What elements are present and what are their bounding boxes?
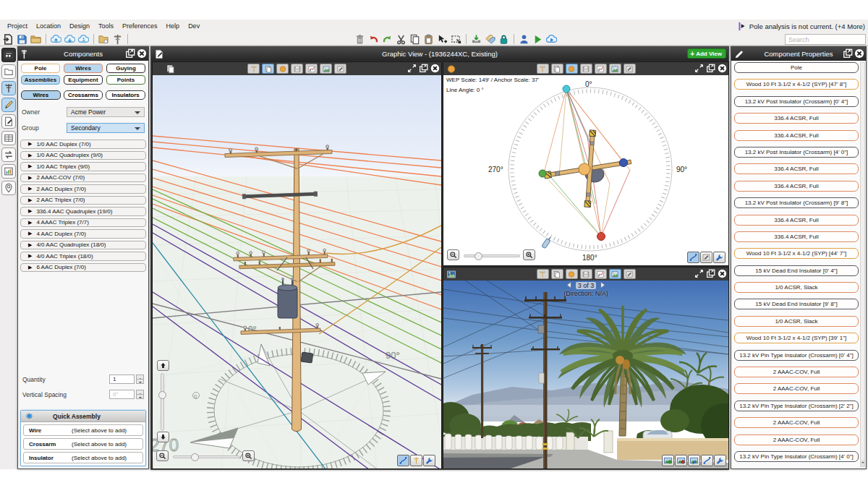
view-toolbar-button[interactable] [595, 269, 607, 279]
layers-tool-button[interactable] [700, 252, 712, 263]
view-toolbar-button[interactable] [551, 64, 563, 74]
zoom-slider[interactable] [464, 254, 520, 257]
dock-button[interactable] [1, 48, 16, 62]
zoom-slider[interactable] [173, 455, 239, 458]
view-toolbar-button[interactable] [580, 269, 592, 279]
next-photo-icon[interactable] [598, 281, 607, 289]
wire-type-item[interactable]: ▶ 2 AAC Triplex (7/0) [20, 196, 146, 205]
plan-canvas[interactable]: 0° 90° 180° 270° WEP Scale: 149' / Ancho… [443, 75, 728, 265]
paste-button[interactable] [423, 34, 434, 45]
property-item[interactable]: 13.2 kV Pin Type Insulator (Crossarm) [2… [734, 401, 859, 411]
quantity-value[interactable]: 1 [110, 375, 134, 383]
close-icon[interactable] [137, 48, 147, 59]
owner-dropdown[interactable]: Acme Power [67, 107, 145, 117]
properties-scrollbar[interactable] [860, 62, 865, 467]
property-item[interactable]: 13.2 kV Post Insulator (Crossarm) [4' 0"… [734, 147, 859, 158]
property-item[interactable]: Wood 10 Ft 3-1/2 x 4-1/2 (SYP) [44' 7"] [734, 248, 859, 259]
wire-type-item[interactable]: ▶ 4 AAAC Triplex (7/7) [20, 218, 146, 228]
view-toolbar-button[interactable] [305, 64, 318, 74]
photo-tool-button[interactable] [662, 455, 674, 466]
expand-arrow-icon[interactable]: ▶ [28, 197, 32, 203]
view-toolbar-button[interactable] [537, 64, 549, 74]
view3d-canvas[interactable]: 0° 90° 270 0 [153, 75, 441, 468]
property-item[interactable]: 13.2 kV Pin Type Insulator (Crossarm) [4… [734, 451, 859, 462]
import-tray-button[interactable] [471, 34, 482, 45]
wire-type-item[interactable]: ▶ 1/0 AAC Triplex (9/0) [20, 162, 146, 171]
vertical-spacing-stepper[interactable]: 0" [109, 390, 144, 399]
view-toolbar-button[interactable] [334, 64, 346, 74]
play-button[interactable] [532, 34, 543, 45]
view-toolbar-button[interactable] [609, 64, 621, 74]
category-button[interactable]: Points [106, 75, 145, 85]
pole-tool-button[interactable] [410, 455, 422, 466]
redo-button[interactable] [382, 34, 393, 45]
category-button[interactable]: Equipment [64, 75, 103, 85]
menu-item[interactable]: Project [3, 21, 32, 31]
trash-button[interactable] [354, 34, 365, 45]
wire-type-item[interactable]: ▶ 2 AAC Duplex (7/0) [20, 184, 146, 194]
export-project-button[interactable] [3, 34, 14, 45]
view-toolbar-button[interactable] [276, 64, 289, 74]
quantity-down-icon[interactable] [137, 379, 143, 383]
view-toolbar-button[interactable] [580, 64, 592, 74]
wire-type-item[interactable]: ▶ 336.4 AAC Quadruplex (19/0) [20, 207, 146, 216]
view-toolbar-button[interactable] [247, 64, 260, 74]
expand-arrow-icon[interactable]: ▶ [28, 231, 32, 236]
wire-type-item[interactable]: ▶ 1/0 AAC Duplex (7/0) [20, 140, 146, 149]
photo-tool-button[interactable] [701, 455, 713, 466]
popout-icon[interactable] [125, 48, 135, 59]
view-toolbar-button[interactable] [609, 269, 621, 279]
expand-icon[interactable] [694, 269, 704, 278]
property-item[interactable]: Pole [734, 62, 859, 73]
property-item[interactable]: 1/0 ACSR, Slack [734, 316, 859, 327]
property-item[interactable]: 2 AAAC-COV, Full [734, 367, 859, 377]
quick-assembly-row[interactable]: Crossarm (Select above to add) [23, 438, 143, 450]
photo-tool-button[interactable] [675, 455, 687, 466]
wire-type-item[interactable]: ▶ 4 AAC Duplex (7/0) [20, 229, 146, 239]
view-toolbar-button[interactable] [566, 64, 578, 74]
property-item[interactable]: 2 AAAC-COV, Full [734, 383, 859, 394]
property-item[interactable]: Wood 10 Ft 3-1/2 x 4-1/2 (SYP) [47' 8"] [734, 79, 859, 90]
span-end-east[interactable] [620, 159, 628, 167]
property-item[interactable]: 13.2 kV Pin Type Insulator (Crossarm) [0… [734, 350, 859, 361]
popout-icon[interactable] [419, 64, 428, 73]
user-button[interactable] [519, 34, 529, 45]
dock-button[interactable] [1, 131, 16, 145]
expand-icon[interactable] [694, 64, 704, 73]
wire-type-item[interactable]: ▶ 1/0 AAC Quadruplex (9/0) [20, 151, 146, 160]
menu-item[interactable]: Location [32, 21, 65, 31]
expand-icon[interactable] [407, 64, 417, 73]
previous-photo-icon[interactable] [565, 281, 574, 289]
wire-type-item[interactable]: ▶ 2 AAAC-COV (7/0) [20, 174, 146, 183]
menu-item[interactable]: Design [65, 21, 94, 31]
quick-assembly-row[interactable]: Wire (Select above to add) [23, 424, 143, 436]
property-item[interactable]: 336.4 ACSR, Full [734, 130, 859, 141]
view-toolbar-button[interactable] [595, 64, 607, 74]
category-button[interactable]: Wires [64, 64, 103, 73]
zoom-out-button[interactable] [447, 249, 459, 260]
expand-arrow-icon[interactable]: ▶ [28, 141, 32, 147]
property-item[interactable]: 336.4 ACSR, Full [734, 181, 859, 192]
pan-down-button[interactable] [157, 432, 169, 442]
undo-button[interactable] [368, 34, 379, 45]
quantity-stepper[interactable]: 1 [109, 374, 144, 384]
cloud-download-button[interactable] [64, 34, 75, 45]
view-toolbar-button[interactable] [537, 269, 549, 279]
view-toolbar-button[interactable] [320, 64, 332, 74]
property-item[interactable]: 2 AAAC-COV, Full [734, 417, 859, 428]
photo-tool-button[interactable] [688, 455, 700, 466]
expand-arrow-icon[interactable]: ▶ [28, 153, 32, 158]
path-tool-button[interactable] [397, 455, 409, 466]
property-item[interactable]: Wood 10 Ft 3-1/2 x 4-1/2 (SYP) [39' 1"] [734, 333, 859, 343]
dock-button[interactable] [1, 114, 16, 129]
menu-item[interactable]: Dev [184, 21, 204, 31]
zoom-out-button[interactable] [156, 450, 169, 461]
zoom-in-button[interactable] [242, 450, 255, 461]
expand-arrow-icon[interactable]: ▶ [28, 208, 32, 214]
view-toolbar-button[interactable] [551, 269, 563, 279]
dock-button[interactable] [1, 181, 16, 195]
span-end-south[interactable] [597, 233, 605, 241]
menu-item[interactable]: Preferences [118, 21, 162, 31]
marquee-button[interactable] [451, 34, 461, 45]
property-item[interactable]: 336.4 ACSR, Full [734, 163, 859, 174]
